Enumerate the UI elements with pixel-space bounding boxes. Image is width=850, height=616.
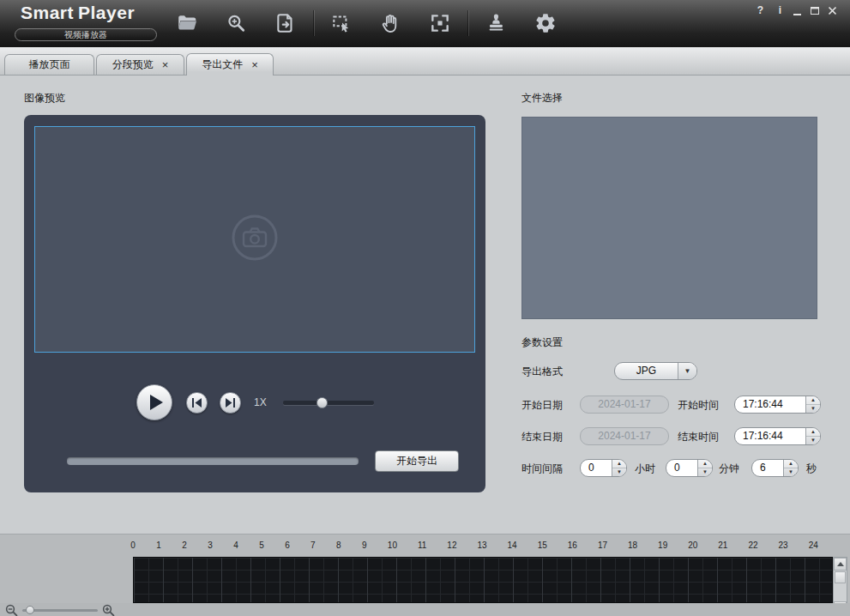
- maximize-button[interactable]: [808, 3, 823, 18]
- tab-close-icon[interactable]: ×: [251, 59, 258, 70]
- tab-close-icon[interactable]: ×: [162, 59, 169, 70]
- timeline-hour-label: 4: [233, 541, 238, 553]
- spin-up-icon[interactable]: ▲: [806, 396, 820, 405]
- app-title-smart: Smart: [21, 3, 74, 22]
- spin-down-icon[interactable]: ▼: [612, 468, 626, 476]
- info-button[interactable]: i: [773, 3, 787, 18]
- video-preview-area[interactable]: [34, 126, 475, 353]
- hand-icon: [379, 12, 401, 34]
- timeline-hour-label: 8: [336, 541, 341, 553]
- interval-minutes-spinner[interactable]: 0 ▲ ▼: [666, 459, 713, 477]
- hand-pan-button[interactable]: [376, 9, 405, 38]
- zoom-in-button[interactable]: [101, 604, 115, 616]
- frame-back-icon: [191, 398, 202, 408]
- scrollbar-thumb[interactable]: [835, 571, 846, 583]
- start-time-spinner[interactable]: 17:16:44 ▲ ▼: [734, 396, 821, 414]
- timeline-hour-label: 13: [477, 541, 486, 553]
- arrow-up-icon: [837, 562, 844, 566]
- tab-label: 分段预览: [112, 57, 154, 72]
- spin-up-icon[interactable]: ▲: [698, 460, 712, 468]
- toolbar-separator: [314, 10, 315, 36]
- fullscreen-icon: [429, 12, 451, 34]
- open-folder-icon: [176, 12, 198, 34]
- start-date-field: 2024-01-17: [580, 396, 669, 414]
- export-format-value: JPG: [615, 363, 678, 379]
- speed-label: 1X: [254, 396, 267, 408]
- end-date-label: 结束日期: [521, 427, 563, 446]
- export-format-row: 导出格式 JPG ▼: [521, 362, 830, 381]
- region-select-button[interactable]: [327, 9, 356, 38]
- tab-export-file[interactable]: 导出文件 ×: [186, 53, 274, 75]
- timeline-hour-label: 22: [748, 541, 757, 553]
- minimize-button[interactable]: [790, 3, 805, 18]
- export-format-select[interactable]: JPG ▼: [614, 362, 697, 380]
- spin-down-icon[interactable]: ▼: [806, 405, 820, 413]
- interval-seconds-spinner[interactable]: 6 ▲ ▼: [751, 459, 799, 477]
- timeline-hour-label: 19: [658, 541, 667, 553]
- speed-slider-thumb[interactable]: [316, 397, 328, 408]
- gear-icon: [534, 12, 557, 34]
- chevron-down-icon[interactable]: ▼: [678, 363, 696, 379]
- spin-down-icon[interactable]: ▼: [784, 468, 798, 476]
- play-button[interactable]: [136, 384, 172, 420]
- zoom-out-button[interactable]: [4, 604, 18, 616]
- start-date-value: 2024-01-17: [598, 398, 650, 410]
- titlebar: SmartPlayer 视频播放器: [0, 0, 850, 47]
- speed-slider[interactable]: [283, 401, 374, 405]
- timeline-hour-label: 14: [508, 541, 517, 553]
- snapshot-camera-icon: [230, 213, 280, 266]
- zoom-slider[interactable]: [22, 609, 98, 612]
- export-file-button[interactable]: [271, 9, 300, 38]
- smart-search-button[interactable]: [221, 9, 250, 38]
- interval-hours-spinner[interactable]: 0 ▲ ▼: [580, 459, 627, 477]
- frame-forward-button[interactable]: [220, 392, 241, 414]
- frame-back-button[interactable]: [186, 392, 208, 414]
- watermark-verify-button[interactable]: [481, 9, 510, 38]
- timeline-hour-label: 20: [688, 541, 697, 553]
- start-export-button[interactable]: 开始导出: [375, 450, 459, 472]
- spin-up-icon[interactable]: ▲: [806, 428, 820, 437]
- toolbar-separator: [468, 10, 469, 36]
- zoom-out-icon: [5, 604, 18, 616]
- file-list[interactable]: [521, 117, 817, 319]
- fullscreen-button[interactable]: [425, 9, 455, 38]
- start-time-label: 开始时间: [678, 396, 719, 414]
- spin-down-icon[interactable]: ▼: [698, 468, 712, 476]
- minimize-icon: [793, 6, 802, 16]
- file-section-title: 文件选择: [521, 91, 563, 106]
- help-button[interactable]: ?: [753, 3, 768, 18]
- params-section-title: 参数设置: [521, 335, 563, 350]
- spin-up-icon[interactable]: ▲: [784, 460, 798, 468]
- spinner-buttons: ▲ ▼: [805, 396, 820, 413]
- tab-label: 导出文件: [202, 57, 243, 72]
- spinner-buttons: ▲ ▼: [805, 428, 820, 444]
- start-datetime-row: 开始日期 2024-01-17 开始时间 17:16:44 ▲ ▼: [521, 396, 830, 414]
- scroll-up-button[interactable]: [834, 558, 847, 571]
- timeline: 0123456789101112131415161718192021222324: [0, 534, 850, 616]
- spinner-buttons: ▲ ▼: [612, 460, 626, 476]
- end-time-spinner[interactable]: 17:16:44 ▲ ▼: [734, 427, 821, 445]
- close-button[interactable]: [825, 3, 840, 18]
- settings-button[interactable]: [531, 9, 560, 38]
- start-time-value: 17:16:44: [735, 396, 805, 413]
- zoom-slider-thumb[interactable]: [26, 606, 34, 614]
- spin-up-icon[interactable]: ▲: [612, 460, 626, 468]
- tab-segment-preview[interactable]: 分段预览 ×: [96, 54, 184, 75]
- end-date-field: 2024-01-17: [580, 427, 669, 445]
- timeline-hour-label: 12: [447, 541, 456, 553]
- close-icon: [828, 6, 837, 15]
- open-file-button[interactable]: [172, 9, 202, 38]
- timeline-grid[interactable]: [133, 557, 833, 603]
- interval-minutes-value: 0: [666, 460, 697, 476]
- timeline-hour-label: 18: [628, 541, 637, 553]
- tab-playback-page[interactable]: 播放页面: [4, 54, 94, 75]
- export-document-icon: [274, 12, 297, 34]
- export-format-label: 导出格式: [521, 362, 563, 381]
- timeline-hour-label: 6: [285, 541, 290, 553]
- preview-panel: 1X 开始导出: [24, 115, 485, 492]
- app-logo: SmartPlayer: [21, 3, 135, 23]
- start-date-label: 开始日期: [521, 396, 563, 414]
- timeline-hour-label: 11: [418, 541, 426, 553]
- spin-down-icon[interactable]: ▼: [806, 437, 820, 444]
- end-date-value: 2024-01-17: [598, 430, 650, 442]
